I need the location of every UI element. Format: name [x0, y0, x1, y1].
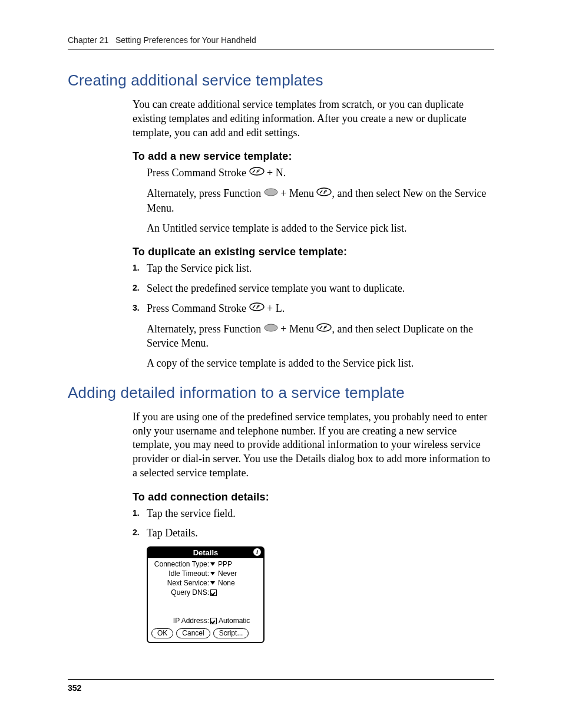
label-connection-type: Connection Type: [151, 560, 210, 568]
label-query-dns: Query DNS: [151, 588, 210, 597]
section2-intro: If you are using one of the predefined s… [133, 410, 494, 480]
add-new-line2: Alternately, press Function + Menu , and… [133, 187, 494, 216]
details-dialog: Details i Connection Type: PPP Idle Time… [147, 546, 265, 643]
section1-intro: You can create additional service templa… [133, 98, 494, 140]
chevron-down-icon [210, 572, 215, 575]
row-query-dns: Query DNS: [151, 588, 260, 597]
section-heading-adding-details: Adding detailed information to a service… [68, 384, 494, 402]
dropdown-connection-type[interactable]: PPP [210, 560, 232, 568]
row-connection-type: Connection Type: PPP [151, 560, 260, 568]
checkbox-ip-address[interactable]: Automatic [210, 617, 250, 625]
chapter-label: Chapter 21 [68, 35, 108, 45]
function-key-icon [264, 186, 278, 200]
duplicate-step-3: 3.Press Command Stroke + L. [133, 302, 494, 317]
duplicate-result: A copy of the service template is added … [133, 357, 494, 371]
dialog-titlebar: Details i [148, 548, 263, 558]
checkbox-checked-icon [210, 618, 217, 624]
ok-button[interactable]: OK [151, 628, 173, 638]
chevron-down-icon [210, 581, 215, 585]
info-icon[interactable]: i [253, 548, 261, 556]
command-stroke-icon [249, 166, 265, 180]
label-next-service: Next Service: [151, 579, 210, 587]
row-idle-timeout: Idle Timeout: Never [151, 569, 260, 578]
checkbox-checked-icon [210, 589, 217, 596]
section-heading-creating-templates: Creating additional service templates [68, 71, 494, 90]
label-ip-address: IP Address: [151, 617, 210, 625]
conn-step-2: 2.Tap Details. [133, 526, 494, 541]
section1-body: You can create additional service templa… [133, 98, 494, 371]
chapter-title: Setting Preferences for Your Handheld [115, 35, 256, 45]
dialog-title: Details [193, 548, 219, 557]
add-new-line1: Press Command Stroke + N. [133, 166, 494, 181]
document-page: Chapter 21 Setting Preferences for Your … [0, 0, 562, 728]
checkbox-query-dns[interactable] [210, 589, 217, 596]
duplicate-step-2: 2.Select the predefined service template… [133, 282, 494, 296]
conn-step-1: 1.Tap the service field. [133, 507, 494, 521]
duplicate-steps: 1.Tap the Service pick list. 2.Select th… [133, 262, 494, 316]
conn-details-steps: 1.Tap the service field. 2.Tap Details. [133, 507, 494, 541]
svg-point-1 [265, 189, 277, 196]
menu-key-icon [316, 186, 332, 200]
running-header: Chapter 21 Setting Preferences for Your … [68, 35, 494, 50]
script-button[interactable]: Script... [213, 628, 249, 638]
function-key-icon [264, 322, 278, 336]
subheading-add-new: To add a new service template: [133, 150, 494, 163]
subheading-duplicate: To duplicate an existing service templat… [133, 246, 494, 258]
row-next-service: Next Service: None [151, 579, 260, 587]
command-stroke-icon [249, 301, 265, 315]
row-ip-address: IP Address: Automatic [151, 617, 260, 625]
dialog-button-row: OK Cancel Script... [151, 628, 260, 638]
menu-key-icon [316, 322, 332, 336]
chevron-down-icon [210, 562, 215, 566]
subheading-add-conn-details: To add connection details: [133, 491, 494, 503]
dropdown-idle-timeout[interactable]: Never [210, 569, 237, 578]
label-idle-timeout: Idle Timeout: [151, 569, 210, 578]
dropdown-next-service[interactable]: None [210, 579, 235, 587]
page-number: 352 [68, 679, 494, 693]
section2-body: If you are using one of the predefined s… [133, 410, 494, 643]
add-new-result: An Untitled service template is added to… [133, 222, 494, 236]
svg-point-4 [265, 324, 277, 331]
dialog-body: Connection Type: PPP Idle Timeout: Never… [148, 558, 263, 642]
duplicate-alt: Alternately, press Function + Menu , and… [133, 322, 494, 351]
cancel-button[interactable]: Cancel [176, 628, 210, 638]
duplicate-step-1: 1.Tap the Service pick list. [133, 262, 494, 276]
